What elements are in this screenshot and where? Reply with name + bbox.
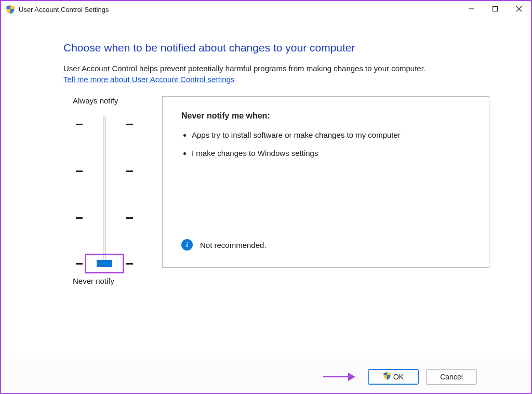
- status-text: Not recommended.: [200, 241, 267, 249]
- detail-bullet-list: Apps try to install software or make cha…: [192, 130, 477, 166]
- svg-rect-1: [493, 7, 498, 11]
- info-icon: i: [181, 239, 193, 251]
- maximize-button[interactable]: [483, 1, 507, 17]
- detail-title: Never notify me when:: [181, 111, 477, 121]
- detail-bullet: Apps try to install software or make cha…: [192, 130, 477, 140]
- mid-row: Always notify Never notify Never notify …: [63, 96, 489, 285]
- slider-label-top: Always notify: [73, 96, 118, 105]
- titlebar: User Account Control Settings: [1, 1, 531, 18]
- window-title: User Account Control Settings: [19, 6, 109, 14]
- ok-button-label: OK: [393, 373, 404, 381]
- notification-slider[interactable]: [76, 112, 133, 268]
- cancel-button[interactable]: Cancel: [426, 369, 477, 385]
- close-button[interactable]: [507, 1, 531, 17]
- uac-window: User Account Control Settings Choose whe…: [0, 0, 532, 394]
- intro-text: User Account Control helps prevent poten…: [63, 63, 489, 74]
- slider-tick: [76, 217, 133, 218]
- slider-track: [103, 116, 106, 264]
- detail-bullet: I make changes to Windows settings: [192, 148, 477, 159]
- learn-more-link[interactable]: Tell me more about User Account Control …: [63, 75, 489, 84]
- ok-button[interactable]: OK: [368, 369, 419, 385]
- content-area: Choose when to be notified about changes…: [1, 18, 531, 360]
- dialog-footer: OK Cancel: [1, 360, 531, 393]
- annotation-arrow: [323, 373, 355, 381]
- window-controls: [459, 1, 531, 18]
- uac-shield-icon: [6, 5, 15, 14]
- slider-thumb-highlight: [85, 254, 124, 273]
- page-heading: Choose when to be notified about changes…: [63, 42, 489, 54]
- uac-shield-icon: [383, 372, 391, 382]
- cancel-button-label: Cancel: [440, 373, 463, 381]
- notification-detail-box: Never notify me when: Apps try to instal…: [162, 96, 489, 268]
- slider-tick: [76, 124, 133, 125]
- slider-label-bottom: Never notify: [73, 277, 114, 285]
- slider-thumb[interactable]: [97, 260, 112, 267]
- slider-column: Always notify Never notify: [63, 96, 152, 285]
- slider-tick: [76, 170, 133, 172]
- status-row: i Not recommended.: [181, 239, 477, 257]
- minimize-button[interactable]: [459, 1, 483, 17]
